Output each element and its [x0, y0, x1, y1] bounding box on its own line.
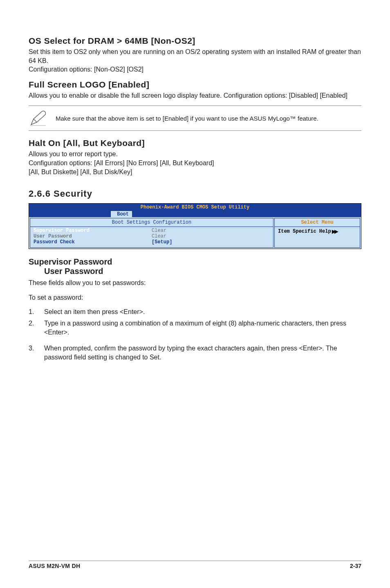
list-item: Type in a password using a combination o…: [29, 319, 361, 337]
bios-subheader: Boot Settings Configuration: [30, 218, 273, 227]
pencil-icon: [29, 110, 48, 126]
bios-tab-boot: Boot: [111, 211, 132, 217]
bios-row-user: User PasswordClear: [34, 233, 270, 239]
bios-row-supervisor: Supervisor PasswordClear: [34, 228, 270, 233]
right-arrows-icon: ▶▶: [332, 229, 337, 234]
document-page: OS Select for DRAM > 64MB [Non-OS2] Set …: [0, 0, 390, 588]
paragraph-halt-on: Allows you to error report type. Configu…: [29, 150, 361, 176]
bios-row-password-check: Password Check[Setup]: [34, 239, 270, 245]
bios-title: Phoenix-Award BIOS CMOS Setup Utility: [29, 204, 361, 211]
heading-os-select: OS Select for DRAM > 64MB [Non-OS2]: [29, 36, 361, 46]
list-item: Select an item then press <Enter>.: [29, 307, 361, 316]
heading-user-password: User Password: [44, 267, 361, 276]
heading-halt-on: Halt On [All, But Keyboard]: [29, 138, 361, 148]
divider: [29, 130, 361, 131]
paragraph-fullscreen-logo: Allows you to enable or disable the full…: [29, 91, 361, 100]
password-heading-block: Supervisor Password User Password: [29, 257, 361, 276]
bios-help-body: Item Specific Help▶▶: [274, 227, 360, 248]
bios-right-panel: Select Menu Item Specific Help▶▶: [274, 218, 360, 248]
footer-page-number: 2-37: [350, 563, 361, 569]
note-block: Make sure that the above item is set to …: [29, 110, 361, 126]
bios-left-panel: Boot Settings Configuration Supervisor P…: [30, 218, 273, 248]
note-text: Make sure that the above item is set to …: [56, 114, 318, 123]
password-steps-list: Select an item then press <Enter>. Type …: [29, 307, 361, 361]
bios-tab-bar: Boot: [29, 211, 361, 217]
divider: [29, 105, 361, 106]
list-item: When prompted, confirm the password by t…: [29, 344, 361, 361]
paragraph-os-select: Set this item to OS2 only when you are r…: [29, 47, 361, 74]
paragraph-password-intro: These fields allow you to set passwords:: [29, 278, 361, 287]
page-footer: ASUS M2N-VM DH 2-37: [29, 561, 361, 569]
heading-supervisor-password: Supervisor Password: [29, 257, 361, 267]
bios-help-title: Select Menu: [274, 218, 360, 227]
heading-fullscreen-logo: Full Screen LOGO [Enabled]: [29, 80, 361, 90]
footer-product: ASUS M2N-VM DH: [29, 563, 80, 569]
bios-screenshot: Phoenix-Award BIOS CMOS Setup Utility Bo…: [29, 203, 361, 249]
paragraph-toset: To set a password:: [29, 293, 361, 302]
section-heading-security: 2.6.6 Security: [29, 189, 361, 199]
